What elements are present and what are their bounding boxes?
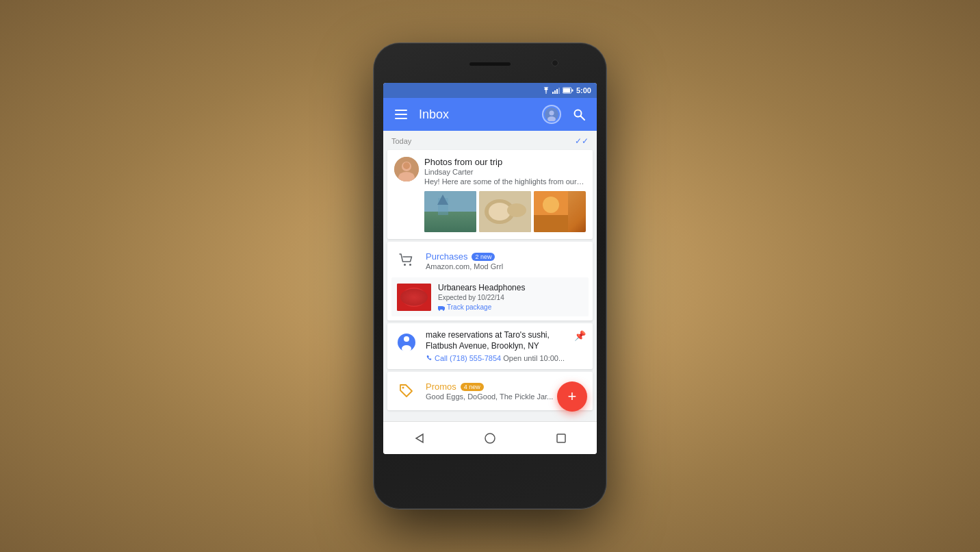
trip-photo-1 [424,191,476,232]
phone-camera [552,60,558,66]
svg-rect-10 [395,118,407,119]
svg-point-0 [545,93,546,94]
svg-rect-3 [556,89,558,94]
purchases-card[interactable]: Purchases 2 new Amazon.com, Mod Grrl [387,242,593,321]
svg-rect-35 [404,292,408,303]
promos-badge: 4 new [461,383,484,391]
reminder-icon [396,332,417,353]
pin-icon: 📌 [574,330,586,341]
purchases-title: Purchases [426,251,467,262]
svg-point-31 [404,264,406,266]
svg-rect-2 [554,90,556,94]
today-label: Today [391,137,411,145]
today-section-header: Today ✓✓ [383,131,597,149]
search-button[interactable] [569,105,589,124]
email-sender: Lindsay Carter [424,168,586,176]
svg-marker-45 [416,434,423,442]
purchases-senders: Amazon.com, Mod Grrl [426,262,586,271]
avatar-img [545,108,558,121]
fab-icon: + [568,388,577,405]
svg-point-46 [485,434,495,443]
svg-rect-8 [395,110,407,111]
product-image [397,284,431,311]
svg-point-44 [402,387,404,389]
svg-rect-37 [438,306,443,310]
svg-rect-36 [420,292,424,303]
svg-point-19 [403,162,410,169]
recent-apps-button[interactable] [553,430,569,447]
app-bar: Inbox [383,98,597,131]
svg-point-43 [402,345,411,352]
email-card-photos[interactable]: Photos from our trip Lindsay Carter Hey!… [387,150,593,239]
search-icon [573,108,585,121]
compose-fab[interactable]: + [557,381,587,412]
home-icon [484,432,496,444]
purchases-icon [394,249,419,273]
phone-device: 5:00 Inbox [374,43,606,509]
svg-line-15 [581,116,585,121]
sender-avatar [394,157,419,181]
svg-rect-47 [557,434,565,442]
reminder-content: make reservations at Taro's sushi, Flatb… [426,330,567,362]
svg-point-39 [439,309,440,310]
svg-rect-21 [424,212,476,232]
product-expected: Expected by 10/22/14 [438,294,583,301]
phone-body: 5:00 Inbox [374,43,606,509]
svg-point-32 [409,264,411,266]
phone-screen: 5:00 Inbox [383,83,597,454]
menu-icon [395,110,407,119]
svg-rect-9 [395,114,407,115]
signal-icon [552,87,560,94]
svg-point-30 [543,197,559,213]
home-button[interactable] [482,430,498,447]
product-details: Urbanears Headphones Expected by 10/22/1… [438,283,583,311]
call-link[interactable]: Call (718) 555-7854 Open until 10:00... [426,354,567,362]
phone-number: Call (718) 555-7854 [435,354,501,362]
reminder-card[interactable]: make reservations at Taro's sushi, Flatb… [387,323,593,369]
photo-thumb-3[interactable] [534,191,586,232]
svg-rect-1 [552,92,554,94]
svg-point-42 [404,336,409,342]
content-area: Today ✓✓ [383,131,597,421]
product-item[interactable]: Urbanears Headphones Expected by 10/22/1… [391,277,589,316]
app-title: Inbox [419,108,534,122]
status-icons [542,87,573,94]
svg-rect-4 [558,88,560,94]
navigation-bar [383,421,597,454]
track-label: Track package [447,303,491,311]
svg-rect-7 [563,88,570,92]
track-package-link[interactable]: Track package [438,303,583,311]
svg-rect-29 [534,215,568,232]
photo-thumb-2[interactable] [479,191,531,232]
svg-point-40 [443,309,444,310]
reminder-icon-wrap [394,330,419,355]
photo-thumb-1[interactable] [424,191,476,232]
svg-point-26 [489,203,511,221]
sender-avatar-img [394,157,419,181]
status-time: 5:00 [576,86,591,95]
email-preview: Hey! Here are some of the highlights fro… [424,177,586,186]
yesterday-section-header: Yesterday [383,413,597,421]
recent-icon [556,434,566,443]
check-all-button[interactable]: ✓✓ [575,136,589,146]
svg-rect-6 [571,90,573,92]
tag-icon [398,383,415,399]
battery-icon [563,87,573,94]
phone-icon [426,355,433,362]
status-bar: 5:00 [383,83,597,98]
promos-title: Promos [426,381,456,392]
svg-marker-38 [443,306,445,310]
cart-icon [398,253,415,269]
back-button[interactable] [411,430,427,447]
headphones-img [397,284,431,311]
trip-photo-3 [534,191,568,232]
purchases-badge: 2 new [472,253,495,261]
trip-photo-2 [479,191,531,232]
promos-icon [394,379,419,403]
svg-point-34 [402,288,426,307]
phone-speaker [469,62,511,66]
menu-button[interactable] [391,105,411,124]
wifi-icon [542,87,550,94]
avatar-button[interactable] [542,105,561,124]
email-content: Photos from our trip Lindsay Carter Hey!… [424,157,586,186]
